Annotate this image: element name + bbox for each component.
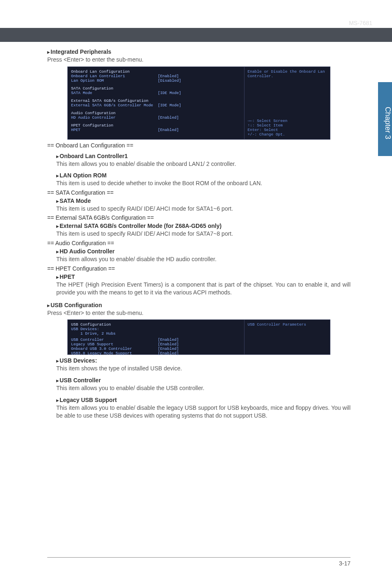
header-band: MS-7681 xyxy=(0,28,392,42)
usb-devices-heading: USB Devices: xyxy=(56,357,350,364)
bios-screenshot-2: USB Configuration USB Devices: 1 Drive, … xyxy=(67,319,330,355)
bios1-row: HPET [Enabled] xyxy=(71,128,241,132)
bios1-row: HD Audio Controller [Enabled] xyxy=(71,115,241,120)
bios1-grp1-title: SATA Configuration xyxy=(71,86,241,91)
sata-config-head: == SATA Configuration == xyxy=(47,189,350,196)
chapter-tab: Chapter 3 xyxy=(378,82,392,156)
bios1-grp4-title: HPET Configuration xyxy=(71,123,241,128)
bios2-row: Legacy USB Support [Enabled] xyxy=(71,342,241,347)
bios1-left: Onboard Lan Configuration Onboard Lan Co… xyxy=(68,67,244,139)
ext-sata-config-head: == External SATA 6GB/s Configuration == xyxy=(47,214,350,221)
bios1-help-top: Enable or Disable the Onboard Lan Contro… xyxy=(248,69,327,78)
lan-option-rom-heading: LAN Option ROM xyxy=(56,172,350,179)
integrated-peripherals-heading: Integrated Peripherals xyxy=(47,48,350,55)
sata-mode-desc: This item is used to specify RAID/ IDE/ … xyxy=(56,205,350,213)
bios1-row: Onboard Lan Controller1 [Enabled] xyxy=(71,74,241,78)
bios2-title: USB Configuration xyxy=(71,322,241,327)
hpet-desc: The HPET (High Precision Event Timers) i… xyxy=(56,281,350,297)
page-number: 3-17 xyxy=(339,560,350,567)
section-integrated-peripherals: Integrated Peripherals Press <Enter> to … xyxy=(47,48,350,64)
sata-mode-heading: SATA Mode xyxy=(56,198,350,204)
bios1-help-nav: →←: Select Screen ↑↓: Select Item Enter:… xyxy=(248,119,327,137)
hd-audio-desc: This item allows you to enable/ disable … xyxy=(56,255,350,264)
bios-screenshot-1: Onboard Lan Configuration Onboard Lan Co… xyxy=(67,67,330,140)
lan-option-rom-desc: This item is used to decide whether to i… xyxy=(56,179,350,188)
usb-controller-heading: USB Controller xyxy=(56,377,350,384)
hpet-config-head: == HPET Configuration == xyxy=(47,265,350,272)
legacy-usb-heading: Legacy USB Support xyxy=(56,397,350,403)
bios1-row: SATA Mode [IDE Mode] xyxy=(71,91,241,95)
legacy-usb-desc: This item allows you to enable/ disable … xyxy=(56,404,350,420)
page-content: Integrated Peripherals Press <Enter> to … xyxy=(47,48,350,420)
bios1-grp2-title: External SATA 6GB/s Configuration xyxy=(71,99,241,103)
bios2-help: USB Controller Parameters xyxy=(244,320,330,354)
onboard-lan-controller1-heading: Onboard Lan Controller1 xyxy=(56,153,350,159)
integrated-peripherals-press: Press <Enter> to enter the sub-menu. xyxy=(47,56,350,64)
usb-controller-desc: This item allows you to enable/ disable … xyxy=(56,384,350,393)
bios1-row: External SATA 6GB/s Controller Mode [IDE… xyxy=(71,103,241,108)
model-label: MS-7681 xyxy=(349,20,372,26)
bios2-left: USB Configuration USB Devices: 1 Drive, … xyxy=(68,320,244,354)
audio-config-head: == Audio Configuration == xyxy=(47,240,350,246)
usb-config-heading: USB Configuration xyxy=(47,302,350,308)
bios1-grp0-title: Onboard Lan Configuration xyxy=(71,69,241,74)
ext-sata-ctrl-desc: This item is used to specify RAID/ IDE/ … xyxy=(56,230,350,238)
bios1-grp3-title: Audio Configuration xyxy=(71,111,241,115)
bios2-row: USB3.0 Legacy Mode Support [Enabled] xyxy=(71,351,241,356)
bios2-help-text: USB Controller Parameters xyxy=(248,322,327,327)
bios1-help: Enable or Disable the Onboard Lan Contro… xyxy=(244,67,330,139)
bios1-row: Lan Option ROM [Disabled] xyxy=(71,78,241,83)
onboard-lan-controller1-desc: This item allows you to enable/ disable … xyxy=(56,160,350,168)
ext-sata-ctrl-heading: External SATA 6GB/s Controller Mode (for… xyxy=(56,223,350,229)
usb-devices-desc: This item shows the type of installed US… xyxy=(56,365,350,373)
onboard-lan-config-head: == Onboard Lan Configuration == xyxy=(47,142,350,149)
bios2-subtitle: USB Devices: xyxy=(71,327,241,331)
section-usb-config: USB Configuration Press <Enter> to enter… xyxy=(47,302,350,317)
bios2-subtitle2: 1 Drive, 2 Hubs xyxy=(71,331,241,336)
hd-audio-heading: HD Audio Controller xyxy=(56,248,350,255)
bios2-row: Onboard USB 3.0 Controller [Enabled] xyxy=(71,347,241,351)
bios2-row: USB Controller [Enabled] xyxy=(71,338,241,342)
page-footer: 3-17 xyxy=(47,557,350,567)
usb-config-press: Press <Enter> to enter the sub-menu. xyxy=(47,309,350,317)
hpet-heading: HPET xyxy=(56,273,350,280)
